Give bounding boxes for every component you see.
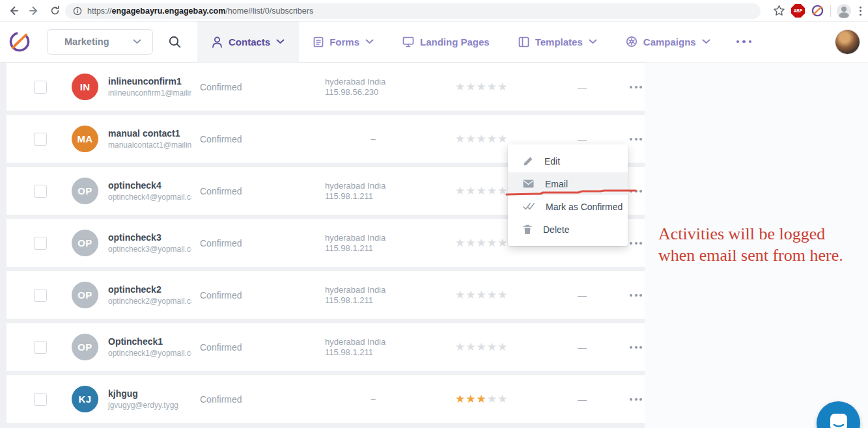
star-filled-icon[interactable]: ★	[455, 394, 465, 405]
bookmark-star-icon[interactable]	[773, 5, 785, 17]
row-checkbox[interactable]	[34, 185, 47, 198]
row-actions-icon[interactable]	[627, 294, 645, 297]
row-checkbox[interactable]	[34, 237, 47, 250]
star-empty-icon[interactable]: ★	[466, 133, 475, 144]
star-empty-icon[interactable]: ★	[455, 289, 465, 301]
nav-more-icon[interactable]	[725, 21, 764, 62]
contact-location: –	[325, 134, 421, 144]
star-empty-icon[interactable]: ★	[477, 341, 486, 353]
contact-row[interactable]: KJ kjhgug jgvugyg@erdyy.tygg Confirmed –…	[7, 375, 645, 423]
browser-forward-icon[interactable]	[26, 3, 42, 18]
browser-profile-avatar[interactable]	[837, 4, 851, 18]
star-rating[interactable]: ★★★★★	[455, 133, 518, 144]
star-empty-icon[interactable]: ★	[487, 185, 497, 196]
star-empty-icon[interactable]: ★	[466, 237, 475, 248]
star-empty-icon[interactable]: ★	[487, 289, 497, 301]
star-filled-icon[interactable]: ★	[477, 394, 486, 405]
info-icon[interactable]	[73, 7, 82, 16]
menu-item-edit[interactable]: Edit	[508, 150, 628, 172]
star-empty-icon[interactable]: ★	[466, 341, 475, 353]
annotation-text: Activities will be logged when email sen…	[658, 223, 868, 266]
user-avatar[interactable]	[835, 30, 860, 54]
star-empty-icon[interactable]: ★	[487, 341, 497, 353]
star-empty-icon[interactable]: ★	[477, 237, 486, 248]
contact-location: hyderabad India115.98.1.211	[325, 181, 421, 202]
contact-score: —	[546, 342, 618, 353]
star-empty-icon[interactable]: ★	[497, 394, 507, 405]
contact-name: kjhgug	[108, 388, 191, 399]
star-empty-icon[interactable]: ★	[477, 81, 486, 92]
workspace-dropdown[interactable]: Marketing	[47, 29, 153, 55]
app-root: https://engagebayru.engagebay.com/home#l…	[0, 0, 868, 428]
star-rating[interactable]: ★★★★★	[455, 81, 518, 92]
star-empty-icon[interactable]: ★	[455, 81, 465, 92]
chevron-down-icon	[589, 39, 597, 44]
row-checkbox[interactable]	[34, 393, 47, 406]
menu-item-delete[interactable]: Delete	[508, 218, 628, 241]
nav-item-landing-pages[interactable]: Landing Pages	[388, 21, 504, 62]
star-empty-icon[interactable]: ★	[477, 185, 486, 196]
contact-avatar: OP	[72, 230, 98, 256]
star-rating[interactable]: ★★★★★	[455, 394, 518, 405]
contact-email: manualcontact1@mailin...	[108, 140, 191, 150]
person-icon	[212, 36, 223, 48]
star-filled-icon[interactable]: ★	[466, 394, 475, 405]
row-actions-icon[interactable]	[627, 346, 645, 349]
row-actions-icon[interactable]	[627, 86, 645, 88]
star-empty-icon[interactable]: ★	[497, 81, 507, 92]
search-button[interactable]	[168, 35, 182, 49]
nav-item-templates[interactable]: Templates	[504, 21, 611, 62]
star-rating[interactable]: ★★★★★	[455, 289, 518, 301]
star-empty-icon[interactable]: ★	[455, 237, 465, 248]
star-empty-icon[interactable]: ★	[455, 133, 465, 144]
browser-reload-icon[interactable]	[47, 3, 63, 18]
contact-score: —	[546, 82, 618, 92]
star-empty-icon[interactable]: ★	[497, 289, 507, 301]
pencil-icon	[523, 156, 533, 167]
menu-item-mark-as-confirmed[interactable]: Mark as Confirmed	[508, 195, 628, 218]
contact-location: hyderabad India115.98.56.230	[325, 77, 421, 98]
contact-email: inlineunconfirm1@mailin...	[108, 88, 191, 98]
star-empty-icon[interactable]: ★	[497, 133, 507, 144]
row-checkbox[interactable]	[34, 341, 47, 354]
row-checkbox[interactable]	[34, 133, 47, 146]
contact-row[interactable]: OP optincheck2 optincheck2@yopmail.co...…	[7, 271, 645, 319]
contact-email: optincheck1@yopmail.co...	[108, 349, 191, 358]
star-empty-icon[interactable]: ★	[466, 289, 475, 301]
url-text: https://engagebayru.engagebay.com/home#l…	[87, 7, 313, 16]
row-actions-icon[interactable]	[627, 138, 645, 140]
nav-item-contacts[interactable]: Contacts	[197, 21, 299, 62]
adblock-extension-icon[interactable]: ABP	[791, 4, 805, 18]
search-icon	[168, 35, 182, 49]
row-actions-icon[interactable]	[627, 398, 645, 401]
contact-row[interactable]: IN inlineunconfirm1 inlineunconfirm1@mai…	[7, 63, 645, 111]
star-empty-icon[interactable]: ★	[477, 289, 486, 301]
star-empty-icon[interactable]: ★	[455, 341, 465, 353]
star-empty-icon[interactable]: ★	[497, 341, 507, 353]
star-empty-icon[interactable]: ★	[487, 81, 497, 92]
star-empty-icon[interactable]: ★	[487, 237, 497, 248]
nav-item-forms[interactable]: Forms	[299, 21, 388, 62]
contact-row[interactable]: OP Optincheck1 optincheck1@yopmail.co...…	[7, 323, 645, 371]
browser-menu-icon[interactable]	[857, 7, 864, 16]
browser-back-icon[interactable]	[5, 3, 21, 18]
star-empty-icon[interactable]: ★	[497, 237, 507, 248]
engagebay-extension-icon[interactable]	[811, 4, 824, 18]
row-checkbox[interactable]	[34, 81, 47, 94]
star-rating[interactable]: ★★★★★	[455, 341, 518, 353]
red-underline-annotation	[505, 188, 638, 197]
nav-item-campaigns[interactable]: Campaigns	[611, 21, 725, 62]
row-actions-icon[interactable]	[627, 242, 645, 245]
row-checkbox[interactable]	[34, 289, 47, 302]
star-empty-icon[interactable]: ★	[466, 185, 475, 196]
star-empty-icon[interactable]: ★	[487, 394, 497, 405]
star-empty-icon[interactable]: ★	[455, 185, 465, 196]
star-empty-icon[interactable]: ★	[477, 133, 486, 144]
trash-icon	[523, 224, 532, 235]
subscribers-list-area: IN inlineunconfirm1 inlineunconfirm1@mai…	[0, 62, 868, 428]
double-check-icon	[523, 202, 535, 211]
star-empty-icon[interactable]: ★	[487, 133, 497, 144]
star-empty-icon[interactable]: ★	[466, 81, 475, 92]
address-bar[interactable]: https://engagebayru.engagebay.com/home#l…	[65, 3, 761, 19]
engagebay-logo-icon[interactable]	[5, 29, 34, 54]
